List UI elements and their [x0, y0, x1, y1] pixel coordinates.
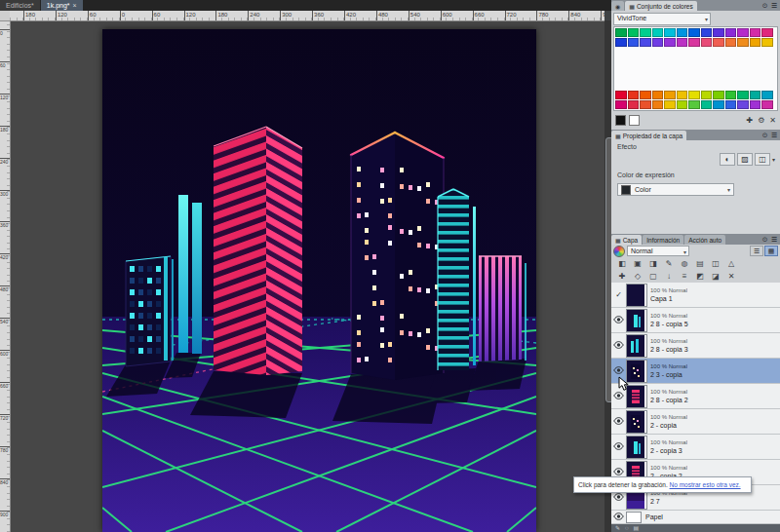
- color-swatch[interactable]: [628, 28, 640, 37]
- transfer-to-layer-below-icon[interactable]: ↓: [661, 272, 677, 281]
- color-swatch[interactable]: [615, 100, 627, 109]
- color-swatch[interactable]: [761, 91, 773, 99]
- delete-layer-icon[interactable]: ✕: [723, 272, 739, 281]
- color-swatch[interactable]: [688, 100, 700, 109]
- color-swatch[interactable]: [750, 28, 761, 37]
- color-swatch[interactable]: [713, 100, 724, 109]
- expression-color-select[interactable]: Color ▾: [617, 183, 734, 196]
- color-swatch[interactable]: [628, 38, 640, 47]
- pen-settings-icon[interactable]: ✎: [615, 524, 620, 532]
- color-swatch[interactable]: [761, 28, 773, 37]
- add-color-icon[interactable]: ✚: [746, 116, 753, 125]
- color-swatch[interactable]: [688, 38, 700, 47]
- create-mask-icon[interactable]: ◩: [692, 272, 708, 281]
- layer-row-2-8-copia-3[interactable]: 100 % Normal2 8 - copia 3: [611, 333, 780, 359]
- color-swatch[interactable]: [725, 100, 737, 109]
- layer-visibility-eye-icon[interactable]: [611, 493, 626, 503]
- dont-show-again-link[interactable]: No mostrar esto otra vez.: [670, 481, 741, 488]
- new-raster-layer-icon[interactable]: ✚: [614, 272, 630, 281]
- layer-thumbnail[interactable]: [626, 436, 647, 459]
- color-swatch[interactable]: [677, 38, 688, 47]
- color-swatch[interactable]: [725, 91, 737, 99]
- color-swatch[interactable]: [677, 100, 688, 109]
- lock-layer-icon[interactable]: ▣: [630, 259, 645, 268]
- color-swatch[interactable]: [652, 28, 664, 37]
- color-swatch[interactable]: [688, 28, 700, 37]
- list-view-icon[interactable]: ☰: [750, 246, 763, 256]
- paper-layer-row[interactable]: Papel: [611, 511, 780, 524]
- merge-with-layer-below-icon[interactable]: ≡: [677, 272, 692, 281]
- color-swatch[interactable]: [615, 38, 627, 47]
- border-effect-icon[interactable]: ◐: [720, 153, 735, 166]
- clip-at-layer-below-icon[interactable]: ◨: [645, 259, 661, 268]
- color-swatch[interactable]: [677, 91, 688, 99]
- color-swatch[interactable]: [701, 38, 713, 47]
- document-canvas[interactable]: [102, 29, 536, 532]
- tab-layer-info[interactable]: Información: [643, 235, 683, 245]
- lock-transparency-icon[interactable]: ◧: [614, 259, 630, 268]
- new-vector-layer-icon[interactable]: ◇: [630, 272, 645, 281]
- color-swatch[interactable]: [725, 38, 737, 47]
- black-chip[interactable]: [615, 115, 626, 126]
- panel-pin-icon[interactable]: ⊙: [762, 236, 768, 244]
- color-swatch[interactable]: [750, 100, 761, 109]
- layer-row-2-copia[interactable]: 100 % Normal2 - copia: [611, 409, 780, 435]
- color-swatch[interactable]: [761, 38, 773, 47]
- layer-row-2-8-copia-2[interactable]: 100 % Normal2 8 - copia 2: [611, 384, 780, 409]
- layer-row-2-copia-3[interactable]: 100 % Normal2 - copia 3: [611, 435, 780, 460]
- panel-menu-icon[interactable]: ☰: [771, 236, 777, 244]
- layer-color-effect-icon[interactable]: ◫: [755, 153, 770, 166]
- layer-thumbnail[interactable]: [626, 360, 647, 383]
- color-swatch[interactable]: [737, 28, 749, 37]
- layer-thumbnail[interactable]: [626, 334, 647, 358]
- show-ruler-icon[interactable]: △: [723, 259, 739, 268]
- color-swatch[interactable]: [652, 100, 664, 109]
- color-swatch[interactable]: [640, 91, 651, 99]
- apply-mask-icon[interactable]: ◪: [708, 272, 723, 281]
- tab-navigator[interactable]: ◉: [611, 1, 624, 11]
- layer-visibility-eye-icon[interactable]: [611, 468, 626, 477]
- color-swatch[interactable]: [737, 38, 749, 47]
- draft-layer-icon[interactable]: ✎: [661, 259, 677, 268]
- color-swatch[interactable]: [750, 38, 761, 47]
- layer-visibility-eye-icon[interactable]: [611, 417, 626, 427]
- white-chip[interactable]: [629, 115, 640, 126]
- panel-pin-icon[interactable]: ⊙: [762, 2, 768, 10]
- layer-row-capa-1[interactable]: ✓100 % NormalCapa 1: [611, 283, 780, 308]
- reference-layer-icon[interactable]: ◍: [677, 259, 692, 268]
- color-swatch[interactable]: [628, 100, 640, 109]
- layer-row-2-3-copia[interactable]: 100 % Normal2 3 - copia: [611, 359, 780, 384]
- color-swatch[interactable]: [737, 100, 749, 109]
- delete-color-icon[interactable]: ✕: [769, 116, 776, 125]
- blend-mode-select[interactable]: Normal ▾: [627, 246, 689, 256]
- layer-visibility-eye-icon[interactable]: [611, 442, 626, 452]
- layer-thumbnail[interactable]: [626, 309, 647, 332]
- editing-check-icon[interactable]: ✓: [611, 290, 626, 299]
- color-swatch[interactable]: [652, 38, 664, 47]
- color-swatch[interactable]: [640, 100, 651, 109]
- enable-mask-icon[interactable]: ◫: [708, 259, 723, 268]
- color-swatch[interactable]: [628, 91, 640, 99]
- panel-pin-icon[interactable]: ⊙: [762, 132, 768, 139]
- color-swatch[interactable]: [640, 38, 651, 47]
- color-swatch[interactable]: [688, 91, 700, 99]
- color-swatch[interactable]: [713, 28, 724, 37]
- color-swatch[interactable]: [725, 28, 737, 37]
- document-tab-1k-png[interactable]: 1k.png*×: [41, 0, 83, 11]
- layer-visibility-eye-icon[interactable]: [611, 392, 626, 401]
- color-swatch[interactable]: [701, 28, 713, 37]
- color-swatch[interactable]: [664, 91, 676, 99]
- tab-color-set[interactable]: ▦Conjunto de colores: [625, 1, 697, 11]
- layer-visibility-eye-icon[interactable]: [611, 341, 626, 351]
- color-swatch[interactable]: [615, 28, 627, 37]
- color-swatch[interactable]: [640, 28, 651, 37]
- set-as-lt-icon[interactable]: ▤: [692, 259, 708, 268]
- tab-layer[interactable]: ▦Capa: [611, 235, 642, 245]
- layer-thumbnail[interactable]: [626, 385, 647, 408]
- panel-menu-icon[interactable]: ☰: [771, 132, 777, 139]
- color-swatch[interactable]: [664, 38, 676, 47]
- canvas-vertical-scrollbar[interactable]: [604, 20, 611, 532]
- color-swatch[interactable]: [652, 91, 664, 99]
- color-swatch[interactable]: [713, 91, 724, 99]
- color-swatch[interactable]: [664, 28, 676, 37]
